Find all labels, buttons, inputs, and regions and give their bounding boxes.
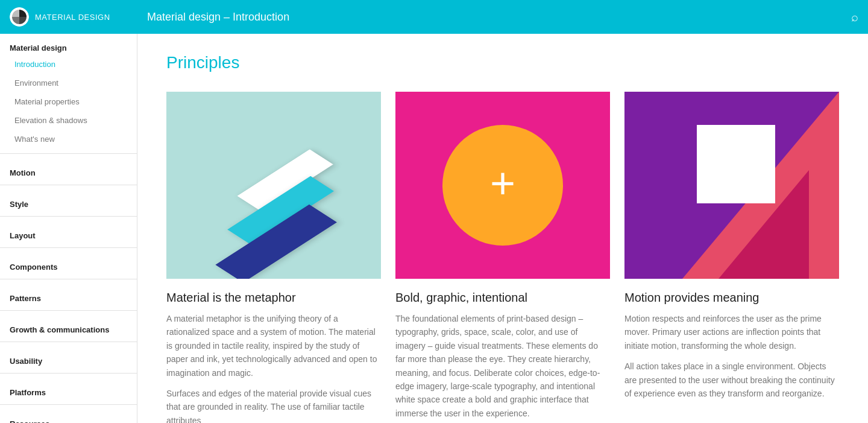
sidebar-item-elevation-shadows[interactable]: Elevation & shadows — [0, 111, 137, 130]
card-metaphor: Material is the metaphor A material meta… — [166, 92, 381, 423]
sidebar: Material design Introduction Environment… — [0, 34, 137, 423]
sidebar-section-usability[interactable]: Usability — [0, 347, 137, 368]
sidebar-divider-7 — [0, 342, 137, 342]
sidebar-item-introduction[interactable]: Introduction — [0, 55, 137, 74]
card-bold-desc: The foundational elements of print-based… — [395, 312, 610, 420]
plus-icon: + — [490, 161, 515, 205]
sidebar-divider-9 — [0, 404, 137, 405]
card-metaphor-desc2: Surfaces and edges of the material provi… — [166, 387, 381, 423]
sidebar-divider-3 — [0, 216, 137, 217]
top-nav: MATERIAL DESIGN Material design – Introd… — [0, 0, 868, 34]
card-motion-desc2: All action takes place in a single envir… — [624, 360, 839, 400]
sidebar-section-platforms[interactable]: Platforms — [0, 378, 137, 399]
sidebar-section-patterns[interactable]: Patterns — [0, 284, 137, 305]
sidebar-section-growth-comms[interactable]: Growth & communications — [0, 316, 137, 337]
sidebar-item-whats-new[interactable]: What's new — [0, 130, 137, 148]
sidebar-section-components[interactable]: Components — [0, 253, 137, 274]
card-metaphor-desc: A material metaphor is the unifying theo… — [166, 312, 381, 380]
sidebar-section-resources[interactable]: Resources — [0, 410, 137, 423]
page-breadcrumb: Material design – Introduction — [147, 11, 851, 24]
sidebar-item-material-properties[interactable]: Material properties — [0, 92, 137, 111]
sidebar-divider-2 — [0, 185, 137, 185]
sidebar-section-motion[interactable]: Motion — [0, 159, 137, 180]
card-motion-desc: Motion respects and reinforces the user … — [624, 312, 839, 352]
main-content: Principles Material is the metaphor A — [137, 34, 868, 423]
motion-square-graphic — [697, 125, 775, 203]
layers-graphic — [207, 140, 340, 249]
sidebar-section-material-design: Material design Introduction Environment… — [0, 34, 137, 148]
sidebar-section-layout[interactable]: Layout — [0, 221, 137, 243]
sidebar-divider-5 — [0, 279, 137, 279]
card-motion-title: Motion provides meaning — [624, 291, 839, 305]
sidebar-divider-6 — [0, 310, 137, 311]
card-motion-image — [624, 92, 839, 279]
card-metaphor-title: Material is the metaphor — [166, 291, 381, 305]
page-title: Principles — [166, 53, 839, 72]
sidebar-item-environment[interactable]: Environment — [0, 74, 137, 92]
cards-row: Material is the metaphor A material meta… — [166, 92, 839, 423]
sidebar-divider-8 — [0, 373, 137, 374]
card-metaphor-image — [166, 92, 381, 279]
search-icon[interactable]: ⌕ — [851, 10, 858, 24]
bold-circle-graphic: + — [442, 125, 563, 246]
card-motion: Motion provides meaning Motion respects … — [624, 92, 839, 423]
brand-name: MATERIAL DESIGN — [35, 13, 110, 22]
sidebar-divider-1 — [0, 153, 137, 154]
sidebar-divider-4 — [0, 247, 137, 248]
material-design-logo-icon — [10, 7, 29, 27]
logo-area: MATERIAL DESIGN — [10, 7, 147, 27]
card-bold: + Bold, graphic, intentional The foundat… — [395, 92, 610, 423]
card-bold-image: + — [395, 92, 610, 279]
main-layout: Material design Introduction Environment… — [0, 34, 868, 423]
card-bold-title: Bold, graphic, intentional — [395, 291, 610, 305]
sidebar-section-style[interactable]: Style — [0, 190, 137, 211]
sidebar-section-title-material[interactable]: Material design — [0, 34, 137, 55]
